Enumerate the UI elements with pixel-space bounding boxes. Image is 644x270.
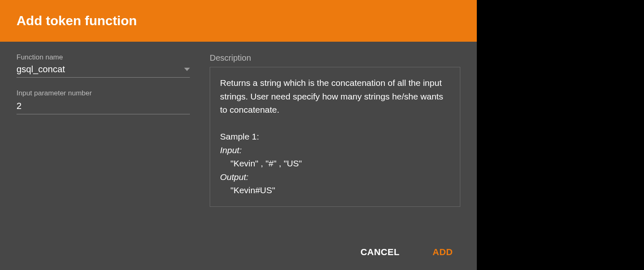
function-name-label: Function name — [17, 53, 190, 62]
dialog-footer: CANCEL ADD — [0, 239, 477, 270]
dialog-header: Add token function — [0, 0, 477, 42]
dialog-content: Function name gsql_concat Input paramete… — [0, 42, 477, 239]
cancel-button[interactable]: CANCEL — [360, 247, 400, 258]
description-label: Description — [210, 53, 460, 63]
dialog-title: Add token function — [17, 13, 460, 28]
right-column: Description Returns a string which is th… — [210, 53, 460, 230]
function-name-select[interactable]: gsql_concat — [17, 64, 190, 78]
add-button[interactable]: ADD — [433, 247, 453, 258]
description-box: Returns a string which is the concatenat… — [210, 67, 460, 207]
description-input-label: Input: — [220, 144, 450, 157]
left-column: Function name gsql_concat Input paramete… — [17, 53, 190, 230]
input-parameter-label: Input parameter number — [17, 89, 190, 97]
function-name-value: gsql_concat — [17, 64, 184, 75]
chevron-down-icon — [184, 68, 190, 71]
description-output-value: "Kevin#US" — [220, 184, 450, 197]
description-paragraph: Returns a string which is the concatenat… — [220, 76, 450, 117]
description-sample-heading: Sample 1: — [220, 130, 450, 144]
description-output-label: Output: — [220, 171, 450, 184]
input-parameter-input[interactable] — [17, 100, 190, 114]
function-name-field: Function name gsql_concat — [17, 53, 190, 78]
description-input-value: "Kevin" , "#" , "US" — [220, 157, 450, 171]
add-token-function-dialog: Add token function Function name gsql_co… — [0, 0, 477, 270]
input-parameter-field: Input parameter number — [17, 89, 190, 114]
